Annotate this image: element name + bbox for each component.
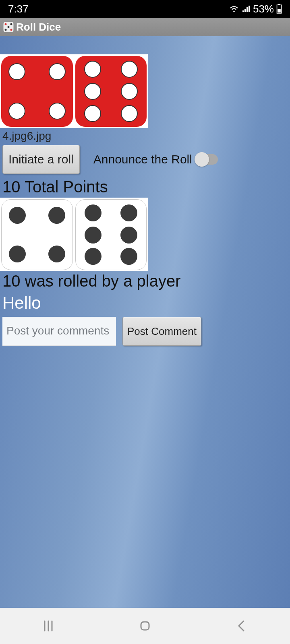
rolled-by-text: 10 was rolled by a player	[0, 271, 290, 291]
announce-wrap: Announce the Roll	[93, 153, 218, 166]
status-time: 7:37	[8, 3, 29, 15]
app-title: Roll Dice	[16, 21, 61, 33]
red-die-6	[75, 56, 147, 127]
comment-input[interactable]	[2, 317, 116, 346]
svg-point-11	[5, 29, 7, 31]
recents-icon[interactable]	[40, 618, 56, 634]
white-die-6	[75, 199, 147, 270]
svg-point-12	[10, 29, 12, 31]
battery-percent: 53%	[253, 3, 274, 15]
svg-point-8	[5, 23, 7, 25]
battery-icon	[276, 4, 282, 14]
comment-row: Post Comment	[0, 317, 290, 346]
svg-point-10	[8, 26, 10, 28]
main-content: 4.jpg6.jpg Initiate a roll Announce the …	[0, 36, 290, 608]
announce-label: Announce the Roll	[93, 153, 192, 166]
wifi-icon	[229, 5, 239, 13]
greeting-text: Hello	[0, 291, 290, 317]
app-icon	[2, 21, 14, 33]
app-bar: Roll Dice	[0, 18, 290, 36]
total-points-text: 10 Total Points	[0, 175, 290, 198]
svg-rect-6	[278, 9, 281, 12]
red-die-4	[1, 56, 73, 127]
signal-icon	[242, 5, 251, 13]
post-comment-button[interactable]: Post Comment	[122, 317, 201, 346]
android-nav-bar	[0, 608, 290, 644]
svg-rect-3	[249, 6, 250, 12]
svg-rect-1	[244, 9, 246, 12]
initiate-roll-button[interactable]: Initiate a roll	[2, 145, 80, 174]
red-dice-row	[0, 54, 148, 128]
svg-rect-0	[242, 10, 244, 12]
home-icon[interactable]	[137, 618, 153, 634]
svg-point-9	[10, 23, 12, 25]
svg-rect-2	[246, 7, 248, 12]
status-bar: 7:37 53%	[0, 0, 290, 18]
svg-rect-16	[141, 622, 149, 630]
white-dice-row	[0, 198, 148, 271]
status-right: 53%	[229, 3, 282, 15]
back-icon[interactable]	[234, 618, 250, 634]
white-die-4	[1, 199, 73, 270]
filenames-text: 4.jpg6.jpg	[0, 128, 290, 144]
roll-controls-row: Initiate a roll Announce the Roll	[0, 144, 290, 175]
toggle-knob	[195, 152, 209, 167]
announce-toggle[interactable]	[195, 154, 218, 165]
